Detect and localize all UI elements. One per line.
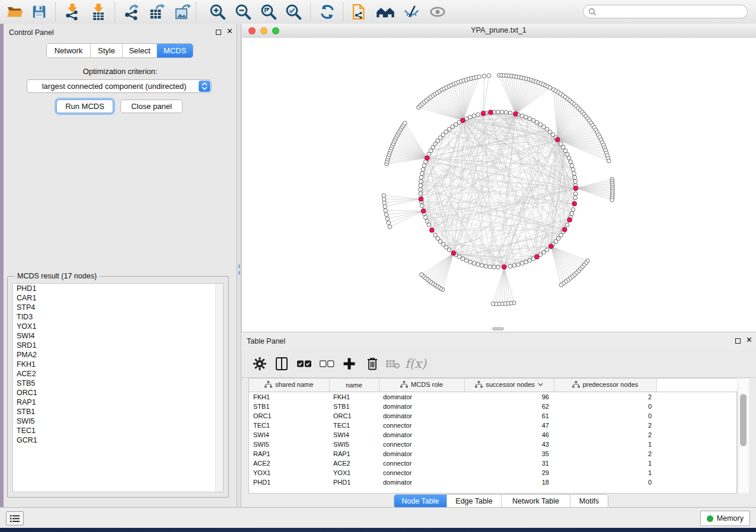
mcds-node[interactable] (421, 209, 426, 213)
zoom-out-icon[interactable] (232, 2, 254, 22)
zoom-fit-icon[interactable] (258, 2, 279, 22)
memory-button[interactable]: Memory (700, 511, 750, 526)
mcds-result-item[interactable]: STB5 (13, 379, 223, 388)
mcds-node[interactable] (573, 186, 578, 191)
float-table-panel-icon[interactable] (735, 338, 741, 344)
mcds-result-item[interactable]: SRD1 (13, 341, 223, 350)
open-folder-icon[interactable] (5, 2, 26, 22)
column-header-shared-name[interactable]: shared name (249, 379, 329, 392)
mcds-node[interactable] (419, 197, 423, 201)
add-column-icon[interactable] (340, 354, 359, 373)
mcds-result-item[interactable]: CAR1 (13, 293, 223, 303)
mcds-node[interactable] (535, 255, 540, 259)
mcds-result-item[interactable]: ORC1 (13, 388, 223, 398)
mcds-result-item[interactable]: SWI5 (13, 416, 223, 426)
delete-column-icon[interactable] (363, 354, 382, 373)
column-header-MCDS-role[interactable]: MCDS role (379, 379, 464, 392)
panel-splitter[interactable] (237, 24, 241, 507)
mcds-result-item[interactable]: TID3 (13, 312, 223, 322)
table-row[interactable]: SWI4SWI4dominator462 (249, 430, 738, 440)
column-header-successor-nodes[interactable]: successor nodes (464, 379, 554, 392)
mcds-result-item[interactable]: FKH1 (13, 360, 223, 369)
save-icon[interactable] (28, 2, 50, 22)
table-row[interactable]: YOX1YOX1connector291 (249, 468, 738, 477)
table-row[interactable]: STB1STB1dominator620 (249, 402, 738, 411)
mcds-result-list[interactable]: PHD1CAR1STP4TID3YOX1SWI4SRD1PMA2FKH1ACE2… (12, 283, 224, 492)
tab-edge-table[interactable]: Edge Table (447, 495, 502, 508)
mcds-node[interactable] (425, 156, 429, 161)
column-layout-icon[interactable] (272, 354, 291, 373)
mcds-node[interactable] (429, 228, 434, 233)
mcds-node[interactable] (567, 217, 572, 222)
mcds-node[interactable] (513, 111, 518, 116)
import-table-icon[interactable] (88, 2, 109, 22)
mcds-result-item[interactable]: ACE2 (13, 369, 223, 379)
network-canvas[interactable] (241, 38, 756, 332)
export-network-icon[interactable] (121, 2, 142, 22)
float-panel-icon[interactable] (216, 30, 221, 35)
mcds-node[interactable] (555, 137, 560, 142)
mcds-node[interactable] (489, 110, 493, 115)
mcds-node[interactable] (562, 227, 567, 232)
table-row[interactable]: ORC1ORC1dominator610 (249, 411, 738, 421)
export-table-icon[interactable] (146, 2, 168, 22)
search-input[interactable] (596, 8, 747, 16)
export-image-icon[interactable] (172, 2, 193, 22)
table-vscrollbar-thumb[interactable] (740, 394, 747, 446)
zoom-selected-icon[interactable] (283, 2, 304, 22)
table-row[interactable]: FKH1FKH1dominator962 (249, 392, 738, 402)
network-document-icon[interactable] (349, 2, 370, 22)
deselect-all-checkboxes-icon[interactable] (317, 354, 336, 373)
tab-network[interactable]: Network (47, 44, 91, 57)
close-panel-icon[interactable]: ✕ (227, 27, 233, 36)
tab-style[interactable]: Style (91, 44, 123, 57)
refresh-icon[interactable] (317, 2, 338, 22)
network-window-titlebar[interactable]: YPA_prune.txt_1 (241, 24, 756, 39)
import-network-icon[interactable] (62, 2, 83, 22)
optimization-criterion-select[interactable]: largest connected component (undirected) (27, 79, 212, 93)
tab-network-table[interactable]: Network Table (502, 495, 570, 508)
mcds-node[interactable] (572, 201, 577, 206)
table-row[interactable]: RAP1RAP1dominator352 (249, 449, 738, 459)
mcds-result-item[interactable]: STB1 (13, 407, 223, 416)
close-table-panel-icon[interactable]: ✕ (746, 336, 752, 344)
select-all-checkboxes-icon[interactable] (295, 354, 314, 373)
table-row[interactable]: TEC1TEC1connector472 (249, 421, 738, 430)
mcds-result-item[interactable]: RAP1 (13, 398, 223, 407)
table-vscrollbar[interactable] (738, 379, 749, 493)
mcds-node[interactable] (451, 251, 456, 255)
close-panel-button[interactable]: Close panel (120, 100, 183, 113)
mcds-result-item[interactable]: STP4 (13, 303, 223, 312)
search-box[interactable] (583, 5, 748, 18)
table-row[interactable]: ACE2ACE2connector311 (249, 459, 738, 468)
mcds-node[interactable] (481, 111, 486, 116)
tab-node-table[interactable]: Node Table (394, 495, 447, 508)
show-eye-icon[interactable] (427, 2, 448, 22)
mcds-result-item[interactable]: GCR1 (13, 435, 223, 445)
mcds-result-item[interactable]: PHD1 (13, 284, 223, 293)
function-builder-icon[interactable]: f(x) (406, 354, 425, 373)
column-header-name[interactable]: name (329, 379, 379, 392)
tab-select[interactable]: Select (123, 44, 157, 57)
run-mcds-button[interactable]: Run MCDS (56, 100, 113, 113)
hide-eye-icon[interactable] (401, 2, 422, 22)
column-header-predecessor-nodes[interactable]: predecessor nodes (554, 379, 656, 392)
table-settings-gear-icon[interactable] (250, 354, 269, 373)
mcds-node[interactable] (502, 265, 506, 270)
table-row[interactable]: SWI5SWI5connector431 (249, 440, 738, 449)
mcds-node[interactable] (548, 244, 553, 249)
tab-motifs[interactable]: Motifs (570, 495, 608, 508)
network-hscrollbar[interactable] (492, 327, 504, 331)
mcds-node[interactable] (461, 118, 465, 123)
task-history-button[interactable] (6, 511, 24, 525)
home-pages-icon[interactable] (375, 2, 396, 22)
mcds-list-scrollbar[interactable] (215, 284, 223, 492)
delete-table-icon[interactable] (384, 354, 403, 373)
zoom-in-icon[interactable] (207, 2, 228, 22)
table-row[interactable]: PHD1PHD1dominator180 (249, 477, 738, 487)
mcds-result-item[interactable]: PMA2 (13, 350, 223, 360)
table-header-row[interactable]: shared namenameMCDS rolesuccessor nodesp… (249, 379, 738, 392)
mcds-result-item[interactable]: YOX1 (13, 322, 223, 331)
network-graph[interactable] (242, 38, 756, 332)
mcds-result-item[interactable]: SWI4 (13, 331, 223, 341)
